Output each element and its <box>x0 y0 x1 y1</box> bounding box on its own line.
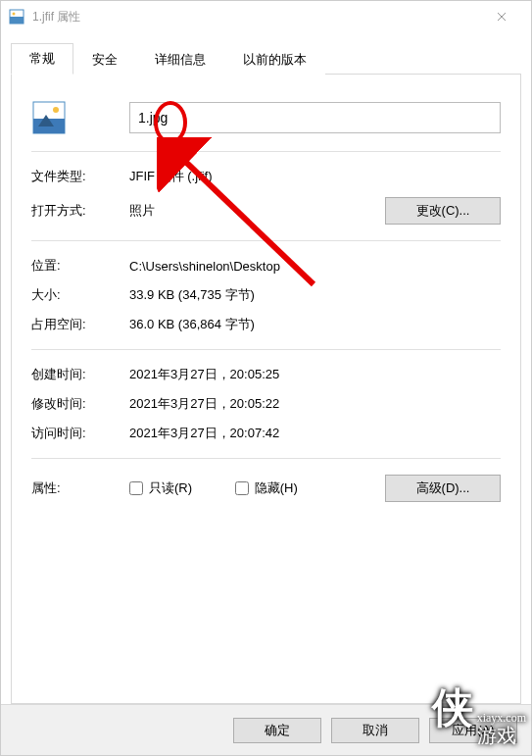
location-label: 位置: <box>31 257 129 275</box>
tab-label: 以前的版本 <box>243 52 307 67</box>
separator <box>31 458 501 459</box>
created-label: 创建时间: <box>31 366 129 383</box>
sizedisk-value: 36.0 KB (36,864 字节) <box>129 316 501 333</box>
tab-label: 安全 <box>92 52 118 67</box>
change-button[interactable]: 更改(C)... <box>385 197 501 225</box>
advanced-button[interactable]: 高级(D)... <box>385 475 501 502</box>
tab-details[interactable]: 详细信息 <box>136 44 224 75</box>
readonly-checkbox[interactable] <box>129 481 143 495</box>
window-title: 1.jfif 属性 <box>32 9 480 25</box>
watermark-text: xiayx.com 游戏 <box>477 712 526 746</box>
svg-rect-1 <box>10 17 24 24</box>
separator <box>31 349 501 350</box>
filename-input[interactable] <box>129 102 501 133</box>
attributes-label: 属性: <box>31 479 129 497</box>
modified-value: 2021年3月27日，20:05:22 <box>129 395 501 413</box>
accessed-value: 2021年3月27日，20:07:42 <box>129 425 501 442</box>
size-label: 大小: <box>31 286 129 304</box>
close-button[interactable] <box>480 1 523 32</box>
separator <box>31 240 501 241</box>
modified-label: 修改时间: <box>31 395 129 413</box>
tab-label: 详细信息 <box>155 52 206 67</box>
tab-previous-versions[interactable]: 以前的版本 <box>224 44 325 75</box>
titlebar: 1.jfif 属性 <box>1 1 531 32</box>
accessed-label: 访问时间: <box>31 425 129 442</box>
client-area: 常规 安全 详细信息 以前的版本 <box>1 32 531 704</box>
svg-point-2 <box>13 13 16 16</box>
tab-general[interactable]: 常规 <box>11 43 73 75</box>
filetype-value: JFIF 文件 (.jfif) <box>129 168 501 185</box>
tab-label: 常规 <box>29 51 55 66</box>
openwith-label: 打开方式: <box>31 202 129 220</box>
hidden-checkbox-wrap[interactable]: 隐藏(H) <box>235 479 298 497</box>
hidden-label: 隐藏(H) <box>255 479 298 497</box>
file-icon <box>9 9 24 25</box>
attributes-group: 只读(R) 隐藏(H) <box>129 479 385 498</box>
properties-window: 1.jfif 属性 常规 安全 详细信息 以前的版本 <box>0 0 532 756</box>
openwith-value: 照片 <box>129 202 385 220</box>
filetype-label: 文件类型: <box>31 168 129 185</box>
watermark: 侠 xiayx.com 游戏 <box>432 680 526 746</box>
tab-strip: 常规 安全 详细信息 以前的版本 <box>11 42 521 74</box>
svg-point-6 <box>53 107 59 113</box>
cancel-button[interactable]: 取消 <box>331 718 419 743</box>
readonly-label: 只读(R) <box>149 479 192 497</box>
size-value: 33.9 KB (34,735 字节) <box>129 286 501 304</box>
tab-security[interactable]: 安全 <box>73 44 136 75</box>
tab-panel-general: 文件类型: JFIF 文件 (.jfif) 打开方式: 照片 更改(C)... … <box>11 74 521 704</box>
ok-button[interactable]: 确定 <box>233 718 321 743</box>
location-value: C:\Users\shinelon\Desktop <box>129 259 501 274</box>
file-thumbnail <box>31 100 129 135</box>
readonly-checkbox-wrap[interactable]: 只读(R) <box>129 479 192 497</box>
separator <box>31 151 501 152</box>
sizedisk-label: 占用空间: <box>31 316 129 333</box>
watermark-big: 侠 <box>432 680 473 735</box>
created-value: 2021年3月27日，20:05:25 <box>129 366 501 383</box>
hidden-checkbox[interactable] <box>235 481 249 495</box>
